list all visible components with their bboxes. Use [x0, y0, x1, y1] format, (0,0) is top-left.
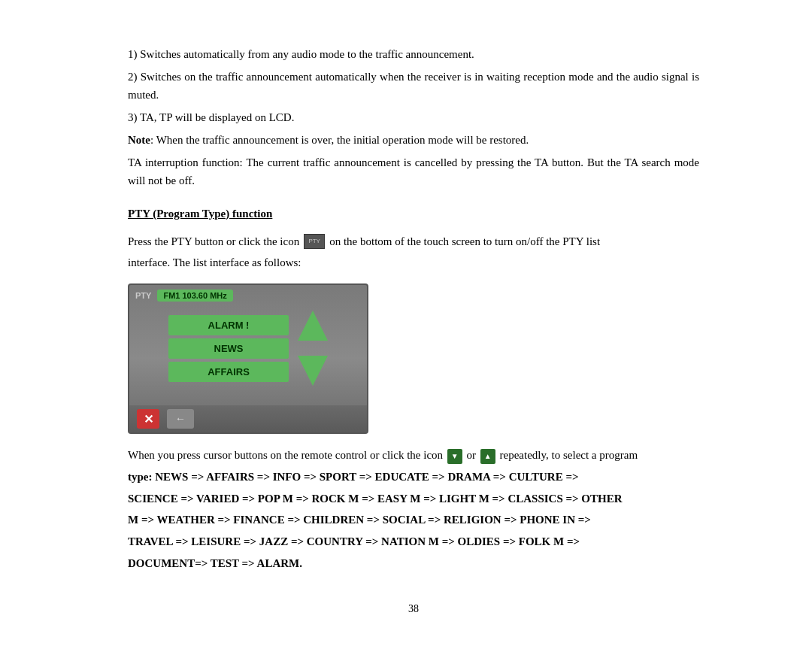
pty-arrows [298, 311, 328, 386]
pty-arrow-up-icon[interactable] [298, 311, 328, 341]
press-pty-text-before: Press the PTY button or click the icon [128, 232, 299, 250]
pty-label: PTY [135, 291, 151, 300]
sequence-line4: TRAVEL => LEISURE => JAZZ => COUNTRY => … [128, 532, 699, 551]
pty-top-bar: PTY FM1 103.60 MHz [129, 285, 367, 306]
pty-list: ALARM ! NEWS AFFAIRS [168, 315, 289, 382]
pty-close-button[interactable]: ✕ [137, 409, 159, 429]
note-rest: : When the traffic announcement is over,… [150, 134, 529, 146]
paragraph-2: 2) Switches on the traffic announcement … [128, 68, 699, 104]
paragraph-5: TA interruption function: The current tr… [128, 153, 699, 189]
sequence-line5: DOCUMENT=> TEST => ALARM. [128, 554, 699, 573]
when-you-press-line: When you press cursor buttons on the rem… [128, 446, 699, 465]
sequence-line1: NEWS => AFFAIRS => INFO => SPORT => EDUC… [155, 471, 578, 483]
sequence-line-type: type: NEWS => AFFAIRS => INFO => SPORT =… [128, 468, 699, 487]
pty-list-item-news[interactable]: NEWS [168, 338, 289, 359]
when-you-press-text1: When you press cursor buttons on the rem… [128, 449, 443, 461]
pty-bottom-bar: ✕ ← [129, 405, 367, 432]
sequence-line3: M => WEATHER => FINANCE => CHILDREN => S… [128, 511, 699, 529]
press-pty-text-after: on the bottom of the touch screen to tur… [329, 232, 600, 250]
pty-frequency: FM1 103.60 MHz [157, 290, 232, 302]
paragraph-3: 3) TA, TP will be displayed on LCD. [128, 108, 699, 126]
pty-interface-image: PTY FM1 103.60 MHz ALARM ! NEWS AFFAIRS … [128, 283, 368, 434]
press-pty-line2: interface. The list interface as follows… [128, 253, 699, 271]
sequence-line2: SCIENCE => VARIED => POP M => ROCK M => … [128, 490, 699, 508]
page-container: 1) Switches automatically from any audio… [68, 0, 744, 664]
when-you-press-text3: repeatedly, to select a program [500, 449, 638, 461]
pty-buttons-area: ALARM ! NEWS AFFAIRS [129, 311, 367, 386]
pty-icon: PTY [304, 234, 325, 249]
press-pty-description: Press the PTY button or click the icon P… [128, 232, 699, 250]
paragraph-1: 1) Switches automatically from any audio… [128, 45, 699, 63]
type-label: type: [128, 471, 153, 483]
pty-arrow-down-icon[interactable] [298, 356, 328, 386]
note-label: Note [128, 134, 150, 146]
pty-back-button[interactable]: ← [167, 409, 194, 429]
pty-list-item-affairs[interactable]: AFFAIRS [168, 362, 289, 382]
up-icon [480, 449, 495, 464]
section-title: PTY (Program Type) function [128, 208, 699, 220]
down-icon [447, 449, 462, 464]
pty-list-item-alarm[interactable]: ALARM ! [168, 315, 289, 335]
paragraph-4: Note: When the traffic announcement is o… [128, 131, 699, 149]
page-number: 38 [128, 603, 699, 615]
when-you-press-text2: or [467, 449, 477, 461]
